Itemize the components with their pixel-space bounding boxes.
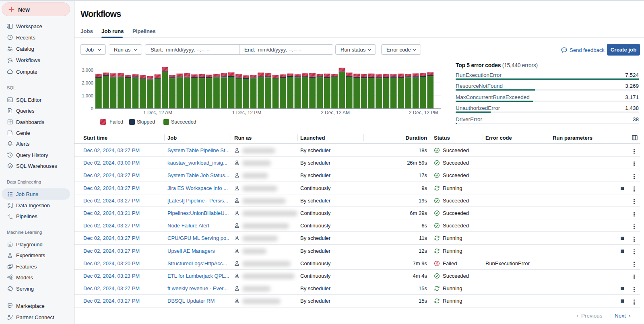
svg-text:1,000: 1,000 (82, 93, 93, 98)
svg-text:Succeeded: Succeeded (171, 119, 196, 125)
svg-text:0: 0 (91, 106, 93, 111)
svg-text:Failed: Failed (109, 119, 123, 125)
svg-text:Skipped: Skipped (137, 119, 155, 125)
svg-text:2,000: 2,000 (82, 80, 93, 85)
svg-text:2 Dec, 12 PM: 2 Dec, 12 PM (409, 110, 438, 116)
svg-text:1 Dec, 12 PM: 1 Dec, 12 PM (232, 110, 262, 116)
svg-text:3,000: 3,000 (82, 68, 93, 72)
svg-text:1 Dec, 12 AM: 1 Dec, 12 AM (143, 110, 172, 116)
svg-text:2 Dec, 12 AM: 2 Dec, 12 AM (321, 110, 350, 116)
